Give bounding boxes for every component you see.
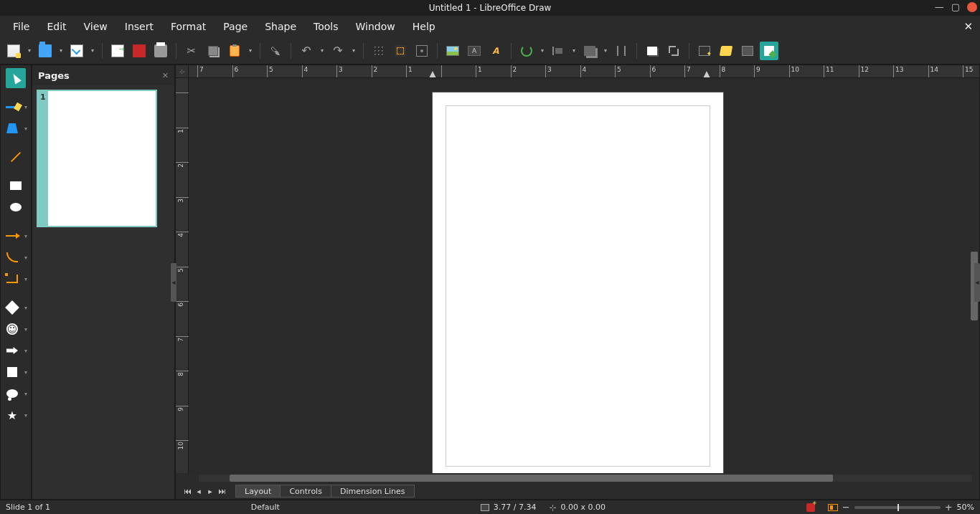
insert-line-tool[interactable] [6,147,26,167]
pages-panel-close-button[interactable]: ✕ [162,71,169,80]
select-tool[interactable] [6,68,26,88]
status-page-style[interactable]: Default [251,503,280,512]
symbol-shapes-tool[interactable] [2,319,22,339]
canvas-viewport[interactable] [189,78,979,473]
stars-dropdown[interactable]: ▾ [22,412,29,419]
open-button[interactable] [36,42,55,60]
glue-points-button[interactable] [413,42,431,60]
redo-dropdown[interactable]: ▾ [350,47,357,54]
drawing-page[interactable] [433,92,723,473]
fill-color-dropdown[interactable]: ▾ [22,125,29,132]
close-document-button[interactable]: ✕ [963,20,973,33]
toggle-extrusion-button[interactable] [695,42,714,60]
insert-textbox-button[interactable]: A [465,42,484,60]
fit-page-icon[interactable] [828,504,838,511]
zoom-slider[interactable] [854,506,941,509]
zoom-slider-knob[interactable] [897,504,899,511]
curve-tool[interactable] [2,247,22,267]
connector-dropdown[interactable]: ▾ [22,276,29,282]
grid-button[interactable] [369,42,388,60]
window-close-button[interactable] [967,2,977,12]
basic-shapes-tool[interactable] [2,298,22,318]
menu-format[interactable]: Format [162,18,215,35]
tab-controls[interactable]: Controls [280,485,331,498]
maximize-button[interactable]: ▢ [951,1,960,12]
pages-panel-body[interactable]: 1 [32,85,174,499]
menu-tools[interactable]: Tools [305,18,347,35]
paste-button[interactable] [225,42,244,60]
unsaved-indicator-icon[interactable] [806,503,815,512]
callouts-dropdown[interactable]: ▾ [22,391,29,397]
tab-nav-last[interactable]: ⏭ [216,487,227,496]
rectangle-tool[interactable] [6,176,26,196]
sidebar-expand-handle[interactable]: ◂ [974,263,980,302]
zoom-in-button[interactable]: + [945,502,953,513]
fontwork-button[interactable]: A [486,42,505,60]
menu-page[interactable]: Page [215,18,256,35]
margin-right-marker[interactable] [703,71,710,78]
show-gluepoints-button[interactable] [717,42,735,60]
flowchart-dropdown[interactable]: ▾ [22,369,29,376]
block-arrows-tool[interactable] [2,341,22,361]
distribute-button[interactable] [612,42,631,60]
tab-dimension-lines[interactable]: Dimension Lines [331,485,415,498]
menu-shape[interactable]: Shape [256,18,305,35]
minimize-button[interactable]: — [935,1,944,12]
stars-tool[interactable]: ★ [2,405,22,425]
arrange-button[interactable] [580,42,599,60]
tab-nav-next[interactable]: ▸ [204,487,216,496]
snap-guides-button[interactable] [391,42,410,60]
menu-insert[interactable]: Insert [116,18,162,35]
menu-edit[interactable]: Edit [38,18,75,35]
arrow-line-dropdown[interactable]: ▾ [22,233,29,239]
print-button[interactable] [151,42,170,60]
menu-window[interactable]: Window [347,18,404,35]
zoom-out-button[interactable]: − [842,502,850,513]
undo-button[interactable]: ↶ [297,42,316,60]
shadow-button[interactable] [643,42,661,60]
menu-file[interactable]: File [4,18,38,35]
cut-button[interactable]: ✂ [182,42,201,60]
new-document-button[interactable] [4,42,23,60]
draw-functions-button[interactable] [738,42,757,60]
margin-left-marker[interactable] [429,71,436,78]
line-color-dropdown[interactable]: ▾ [22,104,29,110]
export-button[interactable] [108,42,127,60]
menu-view[interactable]: View [75,18,116,35]
rotate-button[interactable] [517,42,536,60]
toggle-edit-mode-button[interactable] [760,42,778,60]
vertical-ruler[interactable]: 12345678910 [176,78,189,473]
callouts-tool[interactable] [2,384,22,404]
undo-dropdown[interactable]: ▾ [319,47,326,54]
paste-dropdown[interactable]: ▾ [247,47,254,54]
crop-button[interactable] [664,42,683,60]
horizontal-ruler[interactable]: 7654321123456789101112131415 [189,65,979,78]
insert-image-button[interactable] [443,42,462,60]
save-dropdown[interactable]: ▾ [89,47,96,54]
pages-panel-collapse-handle[interactable]: ◂ [171,263,176,302]
ruler-corner[interactable]: ⊹ [176,65,189,78]
fill-color-tool[interactable] [2,118,22,138]
redo-button[interactable]: ↷ [329,42,347,60]
tab-layout[interactable]: Layout [235,485,281,498]
open-dropdown[interactable]: ▾ [57,47,65,54]
tab-nav-first[interactable]: ⏮ [182,487,193,496]
curve-dropdown[interactable]: ▾ [22,254,29,261]
block-arrows-dropdown[interactable]: ▾ [22,348,29,354]
line-color-tool[interactable] [2,97,22,117]
new-document-dropdown[interactable]: ▾ [26,47,33,54]
align-objects-dropdown[interactable]: ▾ [570,47,578,54]
arrange-dropdown[interactable]: ▾ [602,47,609,54]
clone-formatting-button[interactable]: 🖌 [266,42,285,60]
copy-button[interactable] [204,42,222,60]
symbol-shapes-dropdown[interactable]: ▾ [22,326,29,333]
export-pdf-button[interactable] [130,42,149,60]
arrow-line-tool[interactable] [2,226,22,246]
basic-shapes-dropdown[interactable]: ▾ [22,305,29,311]
ellipse-tool[interactable] [6,197,26,217]
menu-help[interactable]: Help [404,18,444,35]
page-thumbnail-1[interactable]: 1 [37,90,157,227]
status-zoom-percent[interactable]: 50% [957,503,974,512]
tab-nav-prev[interactable]: ◂ [193,487,204,496]
rotate-dropdown[interactable]: ▾ [539,47,546,54]
